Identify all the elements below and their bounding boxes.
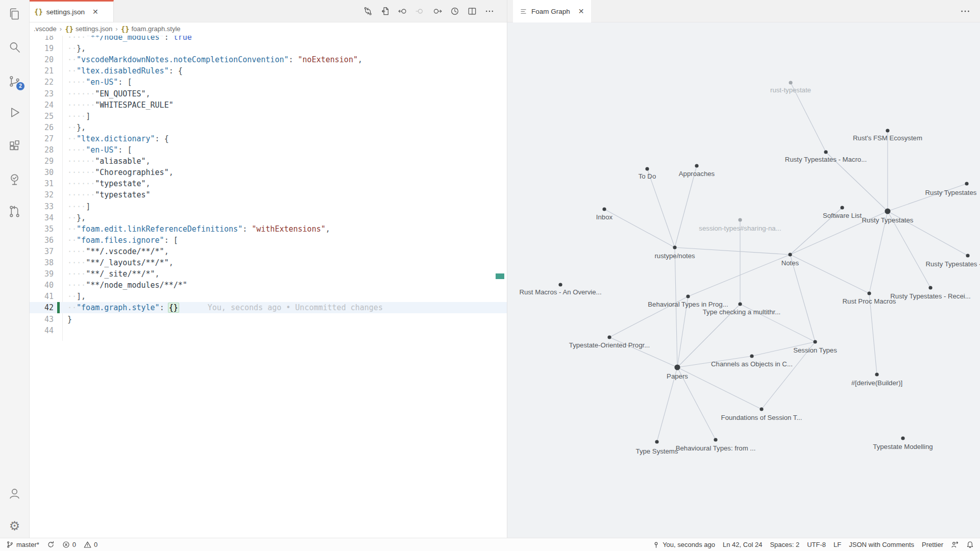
code-line-content: ····"en-US": [ [67,144,132,156]
breadcrumb-item[interactable]: {}foam.graph.style [121,25,181,33]
activity-item-source-control[interactable]: 2 [0,69,29,93]
graph-node-proc-macros[interactable] [867,291,871,295]
graph-node-inbox[interactable] [602,207,606,211]
code-line[interactable]: 29······"aliasable", [29,156,507,167]
activity-item-search[interactable] [0,35,29,59]
graph-node-behavioral[interactable] [686,294,690,298]
more-actions-icon[interactable] [484,6,495,16]
graph-node-foundations[interactable] [760,407,763,411]
graph-node-rt-b[interactable] [966,254,969,257]
graph-node-type-systems[interactable] [655,440,658,443]
graph-node-papers[interactable] [674,364,680,370]
graph-node-rust-typestate[interactable] [789,81,792,84]
status-warnings-indicator[interactable]: 0 [84,541,97,548]
close-panel-icon[interactable]: ✕ [578,7,584,15]
status-branch-indicator[interactable]: master* [6,541,39,548]
foam-graph-canvas[interactable]: rust-typestateRust's FSM EcosystemRusty … [507,22,980,538]
more-actions-icon[interactable] [960,6,971,17]
graph-node-notes[interactable] [788,253,792,256]
code-line[interactable]: 43} [29,314,507,325]
code-line[interactable]: 31······"typestate", [29,178,507,189]
next-change-icon[interactable] [415,6,425,16]
code-editor[interactable]: 18····"**/node_modules": true19··},20··"… [29,0,507,538]
status-eol[interactable]: LF [834,541,841,548]
status-notifications-bell[interactable] [966,541,974,548]
code-line[interactable]: 19··}, [29,43,507,54]
activity-item-run-debug[interactable] [0,100,29,124]
graph-node-typestate-modelling[interactable] [901,436,904,440]
status-cursor-position[interactable]: Ln 42, Col 24 [723,541,762,548]
branch-icon [6,541,14,548]
code-line[interactable]: 35··"foam.edit.linkReferenceDefinitions"… [29,223,507,235]
line-number: 37 [29,246,54,257]
code-line[interactable]: 42··"foam.graph.style": {}You, seconds a… [29,302,507,313]
code-line[interactable]: 33····] [29,201,507,212]
activity-item-explorer[interactable] [0,2,29,27]
activity-item-accounts[interactable] [0,481,29,506]
status-indentation[interactable]: Spaces: 2 [770,541,799,548]
graph-node-recei[interactable] [928,286,932,289]
activity-item-extensions[interactable] [0,133,29,158]
graph-node-type-checking[interactable] [738,302,742,306]
graph-node-approaches[interactable] [695,164,698,167]
line-number: 44 [29,325,54,336]
close-tab-icon[interactable]: ✕ [92,8,99,16]
code-line[interactable]: 38····"**/_layouts/**/*", [29,257,507,268]
activity-item-todo-tree[interactable] [0,167,29,191]
breadcrumb-item[interactable]: .vscode [34,25,57,33]
activity-item-settings[interactable]: ⚙ [0,514,29,538]
code-line[interactable]: 36··"foam.files.ignore": [ [29,235,507,246]
open-changes-icon[interactable] [363,6,373,16]
code-line-content: ······"aliasable", [67,156,151,167]
code-line[interactable]: 23······"EN_QUOTES", [29,88,507,99]
open-changes-with-next-icon[interactable] [432,6,443,16]
code-line[interactable]: 26··}, [29,122,507,133]
graph-node-session-types-sharing[interactable] [738,218,742,221]
code-line[interactable]: 27··"ltex.dictionary": { [29,133,507,144]
code-line[interactable]: 22····"en-US": [ [29,77,507,88]
code-line[interactable]: 28····"en-US": [ [29,144,507,156]
graph-node-todo[interactable] [645,167,649,170]
code-line[interactable]: 37····"**/.vscode/**/*", [29,246,507,257]
graph-node-rt-a[interactable] [965,182,968,185]
code-line[interactable]: 44 [29,325,507,336]
code-line-content: } [67,314,72,325]
vscode-window: 2⚙ 18····"**/node_modules": true19··},20… [0,0,980,551]
code-line[interactable]: 25····] [29,111,507,122]
graph-node-macro[interactable] [824,150,827,154]
breadcrumb-item[interactable]: {}settings.json [65,25,112,33]
status-formatter[interactable]: Prettier [922,541,943,548]
graph-node-fsm[interactable] [886,129,889,132]
split-editor-icon[interactable] [467,6,477,16]
code-line[interactable]: 24······"WHITESPACE_RULE" [29,99,507,111]
code-line[interactable]: 40····"**/node_modules/**/*" [29,280,507,291]
code-line[interactable]: 21··"ltex.disabledRules": { [29,65,507,77]
tab-foam-graph[interactable]: Foam Graph ✕ [513,0,591,22]
graph-node-rusty-typestates[interactable] [885,208,890,214]
code-line[interactable]: 39····"**/_site/**/*", [29,268,507,280]
status-feedback[interactable] [951,541,959,548]
go-to-file-icon[interactable] [380,6,390,16]
tab-settings-json[interactable]: {} settings.json ✕ [29,0,114,22]
graph-node-derive-builder[interactable] [875,372,878,376]
code-line[interactable]: 20··"vscodeMarkdownNotes.noteCompletionC… [29,54,507,65]
code-line[interactable]: 34··}, [29,212,507,223]
graph-node-behavioural-from[interactable] [714,438,717,441]
graph-node-software-list[interactable] [840,206,844,209]
status-language-mode[interactable]: JSON with Comments [849,541,914,548]
code-line[interactable]: 32······"typestates" [29,189,507,201]
code-line[interactable]: 41··], [29,291,507,302]
graph-node-typestate-oriented[interactable] [607,335,611,339]
activity-item-git-graph[interactable] [0,199,29,223]
status-errors-indicator[interactable]: 0 [62,541,76,548]
graph-node-session-types[interactable] [813,340,817,343]
status-blame-indicator[interactable]: You, seconds ago [652,541,715,548]
timeline-icon[interactable] [450,6,460,16]
previous-change-icon[interactable] [398,6,408,16]
status-sync-button[interactable] [47,541,55,548]
graph-node-rustype-notes[interactable] [673,245,676,249]
graph-node-channels[interactable] [750,354,753,358]
status-encoding[interactable]: UTF-8 [807,541,826,548]
graph-node-rust-macros[interactable] [558,283,562,286]
code-line[interactable]: 30······"Choreographies", [29,167,507,178]
